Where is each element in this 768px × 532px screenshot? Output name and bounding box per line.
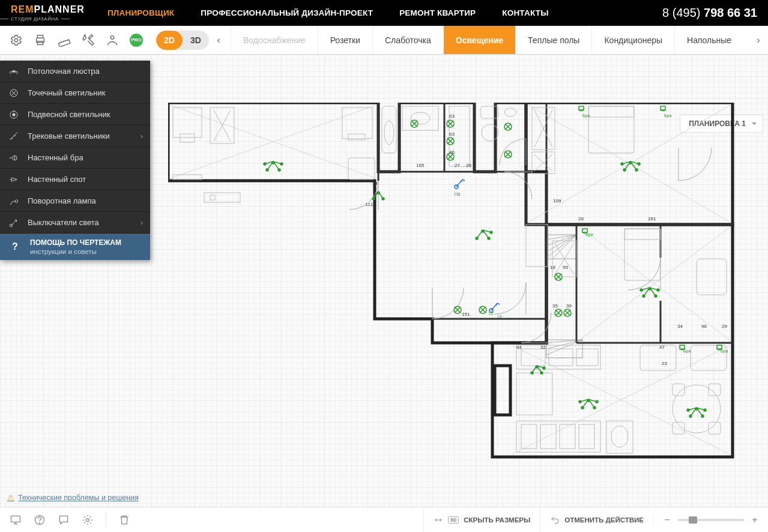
floor-plan[interactable]: 125 233 75: [168, 103, 735, 469]
separator: [106, 513, 106, 527]
svg-rect-48: [382, 106, 396, 153]
svg-text:18: 18: [550, 265, 555, 270]
sidebar-item-track-light[interactable]: Трековые светильники ›: [0, 125, 150, 147]
tab-ac[interactable]: Кондиционеры: [591, 26, 674, 54]
tab-lighting[interactable]: Освещение: [443, 26, 515, 54]
svg-rect-59: [588, 106, 634, 117]
zoom-in-button[interactable]: +: [750, 515, 760, 525]
tab-water[interactable]: Водоснабжение: [231, 26, 318, 54]
svg-point-105: [643, 295, 645, 297]
svg-text:ПВ: ПВ: [455, 192, 461, 196]
help-circle-icon[interactable]: [34, 514, 46, 526]
svg-text:ПГ: ПГ: [489, 312, 494, 316]
svg-rect-42: [173, 175, 202, 180]
svg-text:Бра: Бра: [683, 349, 691, 354]
svg-text:34: 34: [677, 324, 683, 329]
tools-icon[interactable]: [82, 34, 95, 47]
zoom-control: − +: [653, 515, 768, 525]
svg-point-124: [372, 198, 375, 200]
svg-rect-64: [697, 259, 727, 295]
nav-contacts[interactable]: КОНТАКТЫ: [502, 8, 548, 17]
sidebar-item-switches[interactable]: Выключатели света ›: [0, 212, 150, 234]
settings-icon[interactable]: [10, 34, 23, 47]
tab-warmfloor[interactable]: Теплые полы: [515, 26, 591, 54]
screen-icon[interactable]: [10, 514, 22, 526]
sidebar-item-wall-spot[interactable]: Настенный спот: [0, 169, 150, 190]
undo-button[interactable]: ОТМЕНИТЬ ДЕЙСТВИЕ: [540, 507, 653, 533]
main-nav: ПЛАНИРОВЩИК ПРОФЕССИОНАЛЬНЫЙ ДИЗАЙН-ПРОЕ…: [107, 8, 549, 17]
chat-icon[interactable]: [58, 514, 70, 526]
svg-point-103: [638, 163, 640, 165]
tabs-scroll-left-icon[interactable]: ‹: [209, 35, 228, 46]
phone-bold: 798 66 31: [704, 6, 757, 19]
svg-point-81: [611, 426, 628, 447]
trash-icon[interactable]: [118, 514, 130, 526]
svg-rect-78: [673, 422, 685, 434]
nav-pro-design[interactable]: ПРОФЕССИОНАЛЬНЫЙ ДИЗАЙН-ПРОЕКТ: [201, 8, 373, 17]
svg-text:63: 63: [449, 131, 455, 137]
sidebar-item-wall-sconce[interactable]: Настенный бра: [0, 147, 150, 169]
tech-issues-link[interactable]: ⚠ Технические проблемы и решения: [7, 493, 139, 502]
zoom-out-button[interactable]: −: [662, 515, 672, 525]
svg-rect-137: [579, 106, 584, 110]
sidebar-item-spot-light[interactable]: Точечный светильник: [0, 82, 150, 104]
svg-rect-138: [661, 106, 665, 110]
logo-text-rem: REM: [11, 4, 34, 14]
settings-small-icon[interactable]: [82, 514, 94, 526]
svg-rect-60: [526, 225, 548, 267]
svg-text:151: 151: [462, 312, 470, 317]
svg-rect-62: [624, 229, 661, 280]
print-icon[interactable]: [34, 34, 47, 47]
view-2d-button[interactable]: 2D: [156, 31, 183, 50]
svg-text:28: 28: [578, 216, 584, 222]
svg-rect-43: [204, 193, 240, 202]
sidebar-item-swivel-lamp[interactable]: Поворотная лампа: [0, 190, 150, 212]
sidebar-help[interactable]: ? ПОМОЩЬ ПО ЧЕРТЕЖАМ инструкции и советы: [0, 234, 150, 260]
tab-lowcurrent[interactable]: Слаботочка: [372, 26, 443, 54]
svg-rect-58: [588, 106, 634, 153]
sidebar-item-pendant-light[interactable]: Подвесной светильник: [0, 104, 150, 125]
svg-text:55: 55: [563, 265, 568, 270]
zoom-handle[interactable]: [689, 516, 697, 524]
svg-rect-44: [210, 195, 215, 200]
svg-text:98: 98: [701, 324, 707, 329]
zoom-slider[interactable]: [678, 519, 744, 521]
wall-spot-icon: [8, 174, 19, 185]
sidebar-help-title: ПОМОЩЬ ПО ЧЕРТЕЖАМ: [30, 238, 121, 247]
svg-text:Бра: Бра: [582, 113, 590, 118]
svg-point-180: [15, 199, 18, 202]
sidebar-item-label: Потолочная люстра: [28, 67, 100, 76]
sidebar-item-ceiling-light[interactable]: Потолочная люстра: [0, 61, 150, 82]
sidebar-item-label: Поворотная лампа: [28, 196, 96, 205]
plan-tabs: Водоснабжение Розетки Слаботочка Освещен…: [231, 26, 749, 54]
hide-dims-label: СКРЫТЬ РАЗМЕРЫ: [464, 516, 530, 524]
tab-sockets[interactable]: Розетки: [318, 26, 372, 54]
ruler-icon[interactable]: [58, 34, 71, 47]
svg-text:63: 63: [449, 113, 455, 119]
nav-planner[interactable]: ПЛАНИРОВЩИК: [107, 8, 174, 17]
svg-text:14: 14: [372, 181, 378, 186]
svg-point-93: [264, 163, 266, 165]
svg-point-98: [490, 231, 492, 234]
person-icon[interactable]: [106, 34, 119, 47]
svg-text:35: 35: [552, 303, 558, 309]
svg-text:47: 47: [659, 345, 665, 350]
svg-point-91: [266, 169, 268, 171]
svg-point-108: [657, 289, 659, 291]
tabs-scroll-right-icon[interactable]: ›: [749, 35, 768, 46]
warning-icon: ⚠: [7, 493, 14, 502]
svg-point-125: [382, 198, 384, 200]
svg-point-92: [278, 169, 280, 171]
toolbar-icon-group: PRO: [0, 34, 153, 47]
view-3d-button[interactable]: 3D: [183, 31, 209, 50]
pro-badge[interactable]: PRO: [130, 34, 143, 47]
svg-rect-63: [624, 229, 661, 240]
tab-flooring[interactable]: Напольные: [674, 26, 743, 54]
svg-point-5: [110, 35, 114, 38]
logo[interactable]: REMPLANNER СТУДИЯ ДИЗАЙНА: [11, 5, 85, 22]
svg-rect-66: [521, 349, 545, 366]
logo-tagline: СТУДИЯ ДИЗАЙНА: [11, 16, 59, 22]
svg-text:32: 32: [540, 345, 546, 350]
nav-renovation[interactable]: РЕМОНТ КВАРТИР: [399, 8, 476, 17]
hide-dimensions-button[interactable]: 80 СКРЫТЬ РАЗМЕРЫ: [423, 507, 540, 533]
